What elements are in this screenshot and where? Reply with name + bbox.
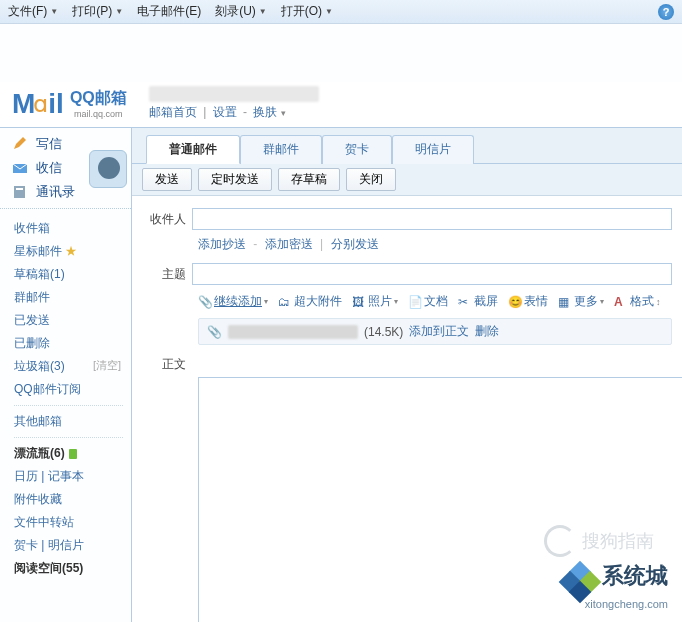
collapse-icon: ↕ — [656, 297, 661, 307]
format-button[interactable]: A格式↕ — [614, 293, 661, 310]
schedule-send-button[interactable]: 定时发送 — [198, 168, 272, 191]
folder-other-mail[interactable]: 其他邮箱 — [14, 410, 131, 433]
chevron-down-icon: ▼ — [259, 7, 267, 16]
menu-email[interactable]: 电子邮件(E) — [137, 3, 201, 20]
subject-label: 主题 — [142, 263, 192, 283]
folder-calendar-notes[interactable]: 日历 | 记事本 — [14, 465, 131, 488]
toolbar-spacer — [0, 24, 682, 82]
to-input[interactable] — [192, 208, 672, 230]
app-menubar: 文件(F)▼ 打印(P)▼ 电子邮件(E) 刻录(U)▼ 打开(O)▼ ? — [0, 0, 682, 24]
insert-to-body-link[interactable]: 添加到正文 — [409, 323, 469, 340]
chevron-down-icon: ▼ — [115, 7, 123, 16]
link-mailbox-home[interactable]: 邮箱首页 — [149, 105, 197, 119]
svg-rect-2 — [16, 188, 23, 190]
menu-burn[interactable]: 刻录(U)▼ — [215, 3, 267, 20]
subject-input[interactable] — [192, 263, 672, 285]
attachment-size: (14.5K) — [364, 325, 403, 339]
star-icon: ★ — [65, 244, 77, 258]
help-button[interactable]: ? — [658, 4, 674, 20]
folder-drift-bottle[interactable]: 漂流瓶(6) — [14, 442, 131, 465]
delete-attachment-link[interactable]: 删除 — [475, 323, 499, 340]
body-label: 正文 — [142, 353, 192, 373]
emoji-button[interactable]: 😊表情 — [508, 293, 548, 310]
chevron-down-icon: ▾ — [281, 108, 286, 118]
menu-open[interactable]: 打开(O)▼ — [281, 3, 333, 20]
document-icon: 📄 — [408, 295, 421, 308]
format-icon: A — [614, 295, 627, 308]
chevron-down-icon: ▾ — [394, 297, 398, 306]
svg-rect-1 — [14, 186, 25, 198]
screenshot-button[interactable]: ✂截屏 — [458, 293, 498, 310]
editor-toolbar: 📎继续添加▾ 🗂超大附件 🖼照片▾ 📄文档 ✂截屏 😊表情 ▦更多▾ A格式↕ — [132, 289, 682, 316]
send-button[interactable]: 发送 — [142, 168, 192, 191]
account-name-redacted — [149, 86, 319, 102]
attach-button[interactable]: 📎继续添加▾ — [198, 293, 268, 310]
tab-postcard[interactable]: 明信片 — [392, 135, 474, 164]
bottle-icon — [69, 449, 77, 459]
more-button[interactable]: ▦更多▾ — [558, 293, 604, 310]
link-settings[interactable]: 设置 — [213, 105, 237, 119]
inbox-icon — [12, 160, 28, 176]
bigfile-icon: 🗂 — [278, 295, 291, 308]
folder-drafts[interactable]: 草稿箱(1) — [14, 263, 131, 286]
folder-sent[interactable]: 已发送 — [14, 309, 131, 332]
save-draft-button[interactable]: 存草稿 — [278, 168, 340, 191]
chevron-down-icon: ▼ — [325, 7, 333, 16]
contacts-icon — [12, 184, 28, 200]
paperclip-icon: 📎 — [207, 325, 222, 339]
compose-icon — [12, 136, 28, 152]
close-button[interactable]: 关闭 — [346, 168, 396, 191]
recipient-options: 添加抄送 - 添加密送 | 分别发送 — [132, 234, 682, 259]
add-bcc-link[interactable]: 添加密送 — [265, 237, 313, 251]
tab-greeting-card[interactable]: 贺卡 — [322, 135, 392, 164]
folder-subscriptions[interactable]: QQ邮件订阅 — [14, 378, 131, 401]
chevron-down-icon: ▾ — [264, 297, 268, 306]
menu-print[interactable]: 打印(P)▼ — [72, 3, 123, 20]
folder-attachments[interactable]: 附件收藏 — [14, 488, 131, 511]
folder-reader[interactable]: 阅读空间(55) — [14, 557, 131, 580]
chevron-down-icon: ▼ — [50, 7, 58, 16]
sidebar: 写信 收信 通讯录 收件箱 星标邮件 ★ 草稿箱(1) 群邮件 已发送 已删除 … — [0, 128, 132, 622]
menu-file[interactable]: 文件(F)▼ — [8, 3, 58, 20]
folder-inbox[interactable]: 收件箱 — [14, 217, 131, 240]
smile-icon: 😊 — [508, 295, 521, 308]
folder-spam[interactable]: 垃圾箱(3)[清空] — [14, 355, 131, 378]
add-cc-link[interactable]: 添加抄送 — [198, 237, 246, 251]
photo-icon: 🖼 — [352, 295, 365, 308]
folder-starred[interactable]: 星标邮件 ★ — [14, 240, 131, 263]
folder-deleted[interactable]: 已删除 — [14, 332, 131, 355]
link-skin[interactable]: 换肤 — [253, 105, 277, 119]
grid-icon: ▦ — [558, 295, 571, 308]
bigfile-button[interactable]: 🗂超大附件 — [278, 293, 342, 310]
qqmail-logo[interactable]: Mɑil QQ邮箱 mail.qq.com — [12, 88, 127, 120]
sidebar-folders: 收件箱 星标邮件 ★ 草稿箱(1) 群邮件 已发送 已删除 垃圾箱(3)[清空]… — [0, 209, 131, 588]
empty-spam-link[interactable]: [清空] — [93, 358, 121, 373]
scissors-icon: ✂ — [458, 295, 471, 308]
mail-header: Mɑil QQ邮箱 mail.qq.com 邮箱首页 | 设置 - 换肤 ▾ — [0, 82, 682, 127]
tab-group-mail[interactable]: 群邮件 — [240, 135, 322, 164]
avatar[interactable] — [89, 150, 127, 188]
compose-panel: 普通邮件 群邮件 贺卡 明信片 发送 定时发送 存草稿 关闭 收件人 添加抄送 … — [132, 128, 682, 622]
attachment-name-redacted — [228, 325, 358, 339]
chevron-down-icon: ▾ — [600, 297, 604, 306]
attachment-row: 📎 (14.5K) 添加到正文 删除 — [198, 318, 672, 345]
to-label: 收件人 — [142, 208, 192, 228]
tab-normal-mail[interactable]: 普通邮件 — [146, 135, 240, 164]
folder-group[interactable]: 群邮件 — [14, 286, 131, 309]
photo-button[interactable]: 🖼照片▾ — [352, 293, 398, 310]
send-separately-link[interactable]: 分别发送 — [331, 237, 379, 251]
header-links: 邮箱首页 | 设置 - 换肤 ▾ — [149, 104, 319, 121]
sidebar-primary: 写信 收信 通讯录 — [0, 128, 131, 209]
compose-tabs: 普通邮件 群邮件 贺卡 明信片 — [132, 128, 682, 164]
compose-toolbar: 发送 定时发送 存草稿 关闭 — [132, 164, 682, 196]
folder-cards[interactable]: 贺卡 | 明信片 — [14, 534, 131, 557]
paperclip-icon: 📎 — [198, 295, 211, 308]
folder-file-transfer[interactable]: 文件中转站 — [14, 511, 131, 534]
document-button[interactable]: 📄文档 — [408, 293, 448, 310]
body-editor[interactable] — [198, 377, 682, 622]
